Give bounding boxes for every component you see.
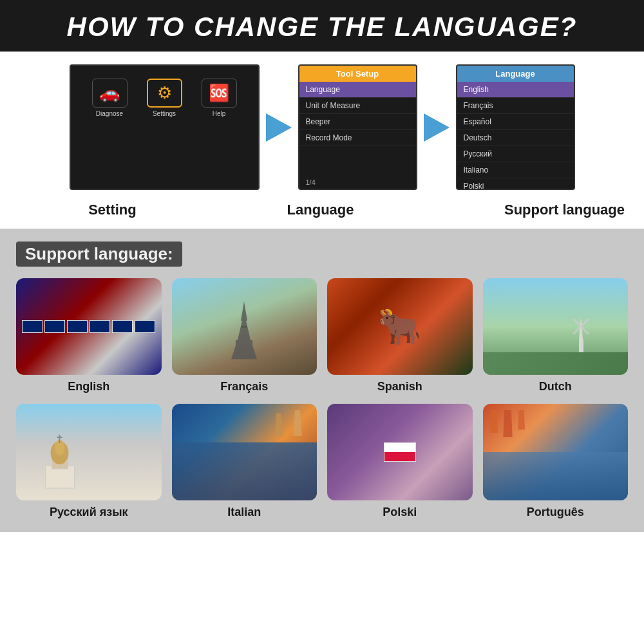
menu-item-beeper[interactable]: Beeper: [299, 114, 416, 130]
english-photo: [16, 278, 162, 375]
menu-item-language[interactable]: Language: [299, 82, 416, 98]
arrow-shape-2: [424, 113, 450, 142]
lang-dutch: Dutch: [483, 278, 629, 393]
help-label: Help: [213, 110, 226, 117]
lang-item-english[interactable]: English: [457, 82, 574, 98]
bottom-section: Support language:: [0, 229, 644, 532]
svg-rect-1: [236, 340, 252, 345]
lang-item-russian[interactable]: Русский: [457, 146, 574, 162]
help-icon: 🆘: [209, 83, 229, 103]
france-photo: [172, 278, 317, 375]
svg-line-7: [581, 319, 589, 327]
portugal-photo: [483, 404, 629, 500]
menu-item-record[interactable]: Record Mode: [299, 130, 416, 146]
language-grid: English Français 🐂: [16, 278, 628, 519]
italy-photo: [172, 404, 317, 500]
language-panel: Language English Français Español Deutsc…: [456, 64, 575, 190]
poland-photo: [327, 404, 473, 500]
polski-label: Polski: [383, 506, 417, 519]
settings-icon-box: ⚙: [147, 79, 182, 108]
bull-icon: 🐂: [377, 306, 422, 348]
svg-rect-3: [241, 326, 247, 328]
tool-setup-footer: 1/4: [299, 176, 416, 189]
step-label-setting: Setting: [19, 202, 205, 218]
dutch-label: Dutch: [539, 380, 572, 393]
step-label-support: Support language: [435, 202, 625, 218]
lang-polski: Polski: [327, 404, 473, 519]
russian-label: Русский язык: [50, 506, 128, 519]
settings-icon: ⚙: [157, 83, 172, 103]
portuguese-label: Português: [527, 506, 584, 519]
step-labels-row: Setting Language Support language: [0, 196, 644, 229]
tool-setup-panel: Tool Setup Language Unit of Measure Beep…: [298, 64, 417, 190]
eiffel-svg: [228, 301, 260, 359]
dutch-photo: [483, 278, 629, 375]
lang-english: English: [16, 278, 162, 393]
diagnose-label: Diagnose: [96, 110, 123, 117]
lang-portuguese: Português: [483, 404, 629, 519]
svg-line-6: [573, 319, 581, 327]
spain-photo: 🐂: [327, 278, 473, 375]
page-header: HOW TO CHANGE THE LANGUAGE?: [0, 0, 644, 52]
church-svg: [39, 433, 80, 491]
menu-item-unit[interactable]: Unit of Measure: [299, 98, 416, 114]
english-label: English: [68, 380, 109, 393]
lang-spanish: 🐂 Spanish: [327, 278, 473, 393]
svg-marker-2: [231, 345, 257, 359]
instruction-section: 🚗 Diagnose ⚙ Settings 🆘 Help Tool Setup: [0, 52, 644, 196]
lang-item-polski[interactable]: Polski: [457, 178, 574, 190]
lang-francais: Français: [172, 278, 317, 393]
settings-label: Settings: [153, 110, 176, 117]
lang-russian: Русский язык: [16, 404, 162, 519]
help-icon-box: 🆘: [202, 79, 237, 108]
diagnose-icon-box: 🚗: [92, 79, 128, 108]
russia-photo: [16, 404, 162, 500]
lang-item-francais[interactable]: Français: [457, 98, 574, 114]
arrow-2: [417, 113, 456, 142]
svg-marker-0: [238, 301, 251, 340]
lang-item-espanol[interactable]: Español: [457, 114, 574, 130]
diagnose-icon: 🚗: [99, 83, 120, 103]
device-icon-row: 🚗 Diagnose ⚙ Settings 🆘 Help: [92, 79, 237, 117]
support-title: Support language:: [16, 242, 182, 267]
lang-item-deutsch[interactable]: Deutsch: [457, 130, 574, 146]
language-header: Language: [457, 66, 574, 82]
lang-italian: Italian: [172, 404, 317, 519]
step-label-language: Language: [243, 202, 398, 218]
tool-setup-header: Tool Setup: [299, 66, 416, 82]
diagnose-icon-item: 🚗 Diagnose: [92, 79, 128, 117]
arrow-shape-1: [266, 113, 292, 142]
device-screen: 🚗 Diagnose ⚙ Settings 🆘 Help: [70, 64, 260, 190]
francais-label: Français: [220, 380, 268, 393]
spanish-label: Spanish: [377, 380, 422, 393]
arrow-1: [260, 113, 298, 142]
page-title: HOW TO CHANGE THE LANGUAGE?: [6, 12, 638, 43]
help-icon-item: 🆘 Help: [202, 79, 237, 117]
lang-item-italiano[interactable]: Italiano: [457, 162, 574, 178]
settings-icon-item: ⚙ Settings: [147, 79, 182, 117]
italian-label: Italian: [227, 506, 261, 519]
